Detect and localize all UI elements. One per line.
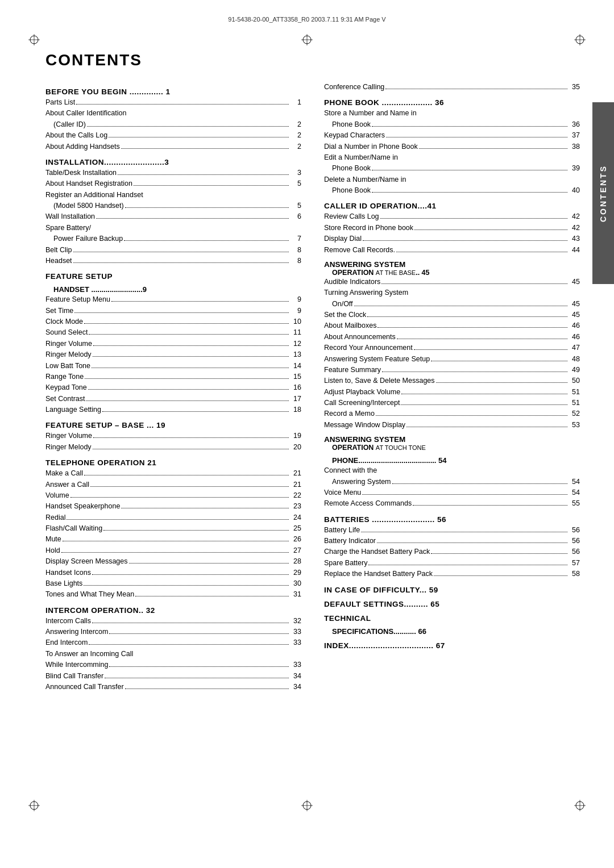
section-intercom-operation: INTERCOM OPERATION.. 32 [45, 606, 301, 615]
section-feature-setup: FEATURE SETUP [45, 272, 301, 281]
toc-connect-with-header: Connect with the [324, 465, 580, 476]
toc-mute: Mute26 [45, 534, 301, 545]
toc-ringer-melody-handset: Ringer Melody13 [45, 349, 301, 360]
toc-make-a-call: Make a Call21 [45, 468, 301, 479]
toc-sound-select: Sound Select11 [45, 327, 301, 338]
answering-system-title-1: ANSWERING SYSTEM [324, 260, 580, 269]
section-telephone-operation: TELEPHONE OPERATION 21 [45, 458, 301, 467]
toc-volume: Volume22 [45, 490, 301, 501]
sub-specifications: SPECIFICATIONS........... 66 [324, 627, 580, 636]
section-before-you-begin: BEFORE YOU BEGIN .............. 1 [45, 87, 301, 96]
toc-record-announcement: Record Your Announcement47 [324, 343, 580, 353]
toc-columns: BEFORE YOU BEGIN .............. 1 Parts … [45, 82, 580, 692]
meta-text: 91-5438-20-00_ATT3358_R0 2003.7.11 9:31 … [228, 16, 385, 23]
toc-set-the-clock: Set the Clock45 [324, 310, 580, 320]
toc-remote-access: Remote Access Commands55 [324, 498, 580, 509]
toc-about-caller-id-header: About Caller Identification [45, 108, 301, 119]
toc-audible-indicators: Audible Indicators45 [324, 277, 580, 287]
section-technical: TECHNICAL [324, 614, 580, 623]
toc-record-memo: Record a Memo52 [324, 408, 580, 419]
toc-dial-number-pb: Dial a Number in Phone Book38 [324, 141, 580, 152]
reg-mark-tl [28, 34, 40, 45]
toc-redial: Redial24 [45, 512, 301, 523]
toc-battery-life: Battery Life56 [324, 525, 580, 536]
section-feature-setup-base: FEATURE SETUP – BASE ... 19 [45, 421, 301, 429]
meta-line: 91-5438-20-00_ATT3358_R0 2003.7.11 9:31 … [45, 16, 569, 23]
toc-keypad-tone: Keypad Tone16 [45, 382, 301, 393]
toc-about-announcements: About Announcements46 [324, 332, 580, 343]
toc-announced-call-transfer: Announced Call Transfer34 [45, 682, 301, 692]
toc-register-additional-header: Register an Additional Handset [45, 190, 301, 201]
toc-clock-mode: Clock Mode10 [45, 316, 301, 327]
toc-phone-book-edit: Phone Book39 [324, 163, 580, 174]
reg-mark-tm [301, 34, 313, 45]
section-index: INDEX...................................… [324, 641, 580, 650]
toc-left-column: BEFORE YOU BEGIN .............. 1 Parts … [45, 82, 318, 692]
toc-model-5800: (Model 5800 Handset)5 [45, 201, 301, 211]
toc-edit-number-header: Edit a Number/Name in [324, 152, 580, 163]
toc-wall-installation: Wall Installation6 [45, 211, 301, 222]
section-batteries: BATTERIES .......................... 56 [324, 515, 580, 524]
toc-store-number-header: Store a Number and Name in [324, 108, 580, 119]
toc-set-time: Set Time9 [45, 306, 301, 316]
toc-parts-list: Parts List1 [45, 97, 301, 108]
section-answering-touch-tone: ANSWERING SYSTEM OPERATION AT TOUCH TONE [324, 435, 580, 452]
toc-message-window: Message Window Display53 [324, 420, 580, 431]
toc-ringer-volume-handset: Ringer Volume12 [45, 339, 301, 349]
toc-end-intercom: End Intercom33 [45, 637, 301, 648]
toc-hold: Hold27 [45, 545, 301, 556]
toc-handset-reg: About Handset Registration5 [45, 178, 301, 189]
toc-set-contrast: Set Contrast17 [45, 394, 301, 404]
toc-table-desk: Table/Desk Installation3 [45, 168, 301, 178]
page: 91-5438-20-00_ATT3358_R0 2003.7.11 9:31 … [0, 0, 614, 868]
toc-listen-save-delete: Listen to, Save & Delete Messages50 [324, 375, 580, 386]
toc-remove-call-records: Remove Call Records.44 [324, 245, 580, 256]
section-caller-id-operation: CALLER ID OPERATION....41 [324, 202, 580, 210]
toc-calls-log: About the Calls Log2 [45, 130, 301, 141]
toc-display-dial: Display Dial43 [324, 233, 580, 244]
toc-keypad-characters: Keypad Characters37 [324, 130, 580, 141]
toc-headset: Headset8 [45, 256, 301, 266]
toc-charge-battery-pack: Charge the Handset Battery Pack56 [324, 546, 580, 557]
main-content: CONTENTS BEFORE YOU BEGIN ..............… [45, 51, 580, 823]
toc-review-calls-log: Review Calls Log42 [324, 211, 580, 222]
toc-battery-indicator: Battery Indicator56 [324, 536, 580, 546]
reg-mark-bl [28, 800, 40, 811]
toc-voice-menu: Voice Menu54 [324, 487, 580, 498]
toc-low-batt-tone: Low Batt Tone14 [45, 361, 301, 372]
toc-flash-call-waiting: Flash/Call Waiting25 [45, 523, 301, 534]
reg-mark-tr [574, 34, 586, 45]
toc-language-setting: Language Setting18 [45, 404, 301, 415]
toc-right-column: Conference Calling35 PHONE BOOK ........… [318, 82, 580, 651]
toc-adjust-playback: Adjust Playback Volume51 [324, 387, 580, 398]
toc-handset-icons: Handset Icons29 [45, 567, 301, 578]
section-installation: INSTALLATION.........................3 [45, 158, 301, 166]
vertical-contents-tab: CONTENTS [592, 102, 614, 284]
toc-connect-answering-system: Answering System54 [324, 477, 580, 487]
toc-answering-intercom: Answering Intercom33 [45, 627, 301, 637]
section-answering-base: ANSWERING SYSTEM OPERATION AT THE BASE..… [324, 260, 580, 277]
toc-about-mailboxes: About Mailboxes46 [324, 320, 580, 331]
toc-while-intercomming: While Intercomming33 [45, 660, 301, 670]
toc-range-tone: Range Tone15 [45, 372, 301, 382]
toc-delete-number-header: Delete a Number/Name in [324, 174, 580, 185]
toc-call-screening: Call Screening/Intercept51 [324, 398, 580, 408]
toc-adding-handsets: About Adding Handsets2 [45, 141, 301, 152]
toc-answering-feature-setup: Answering System Feature Setup48 [324, 354, 580, 365]
toc-ringer-volume-base: Ringer Volume19 [45, 431, 301, 441]
toc-phone-book-store: Phone Book36 [324, 119, 580, 130]
toc-ringer-melody-base: Ringer Melody20 [45, 442, 301, 453]
toc-feature-setup-menu: Feature Setup Menu9 [45, 294, 301, 305]
sub-handset: HANDSET .........................9 [45, 285, 301, 294]
toc-answer-a-call: Answer a Call21 [45, 479, 301, 490]
vertical-tab-label: CONTENTS [599, 165, 608, 222]
section-default-settings: DEFAULT SETTINGS.......... 65 [324, 600, 580, 608]
page-title: CONTENTS [45, 51, 580, 69]
toc-blind-call-transfer: Blind Call Transfer34 [45, 671, 301, 682]
toc-power-failure: Power Failure Backup7 [45, 233, 301, 244]
toc-caller-id: (Caller ID)2 [45, 119, 301, 130]
answering-system-title-2: ANSWERING SYSTEM [324, 435, 580, 444]
answering-system-subtitle-2: OPERATION AT TOUCH TONE [324, 444, 580, 452]
toc-belt-clip: Belt Clip8 [45, 245, 301, 256]
toc-intercom-calls: Intercom Calls32 [45, 616, 301, 627]
